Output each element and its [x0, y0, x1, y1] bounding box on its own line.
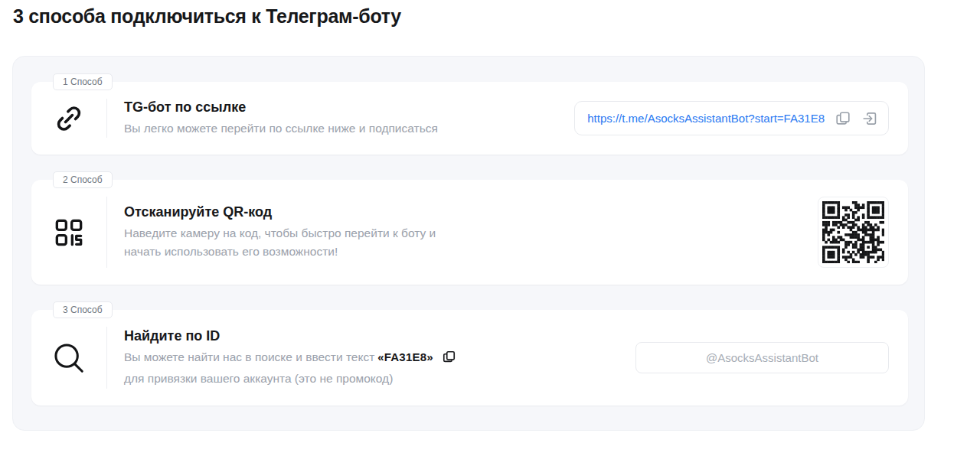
method-1-description: Вы легко можете перейти по ссылке ниже и…	[124, 119, 574, 138]
open-link-icon[interactable]	[861, 110, 878, 127]
method-2-badge: 2 Способ	[53, 171, 113, 188]
method-2-description-line1: Наведите камеру на код, чтобы быстро пер…	[124, 224, 818, 243]
method-1-title: TG-бот по ссылке	[124, 99, 574, 116]
method-2-title: Отсканируйте QR-код	[124, 204, 818, 220]
bot-link[interactable]: https://t.me/AsocksAssistantBot?start=FA…	[587, 112, 825, 125]
copy-code-icon[interactable]	[442, 350, 456, 370]
methods-panel: 1 Способ TG-бот по ссылке Вы легко может…	[12, 56, 925, 431]
bot-handle-field[interactable]	[635, 342, 889, 373]
method-3-badge: 3 Способ	[53, 301, 113, 318]
method-3-title: Найдите по ID	[124, 328, 635, 344]
divider	[106, 327, 107, 389]
qr-code-frame	[818, 197, 889, 268]
divider	[106, 197, 107, 268]
search-icon	[31, 340, 106, 376]
qr-code-image	[822, 201, 884, 263]
connect-code: «FA31E8»	[377, 350, 433, 363]
copy-icon[interactable]	[835, 110, 851, 127]
qr-icon	[31, 217, 106, 248]
method-1-badge: 1 Способ	[53, 73, 113, 90]
method-3-description-prefix: Вы можете найти нас в поиске и ввести те…	[124, 350, 374, 363]
method-3-description-line1: Вы можете найти нас в поиске и ввести те…	[124, 348, 635, 370]
link-icon	[31, 104, 106, 133]
method-card-qr: 2 Способ Отсканируйте QR-код Наведите ка…	[31, 180, 908, 285]
method-card-link: 1 Способ TG-бот по ссылке Вы легко может…	[31, 82, 908, 155]
method-3-description-line2: для привязки вашего аккаунта (это не про…	[124, 370, 635, 388]
method-card-id: 3 Способ Найдите по ID Вы можете найти н…	[31, 310, 908, 406]
method-2-description-line2: начать использовать его возможности!	[124, 243, 818, 261]
divider	[106, 99, 107, 138]
bot-link-field: https://t.me/AsocksAssistantBot?start=FA…	[574, 101, 889, 135]
page-title: 3 способа подключиться к Телеграм-боту	[0, 0, 980, 28]
